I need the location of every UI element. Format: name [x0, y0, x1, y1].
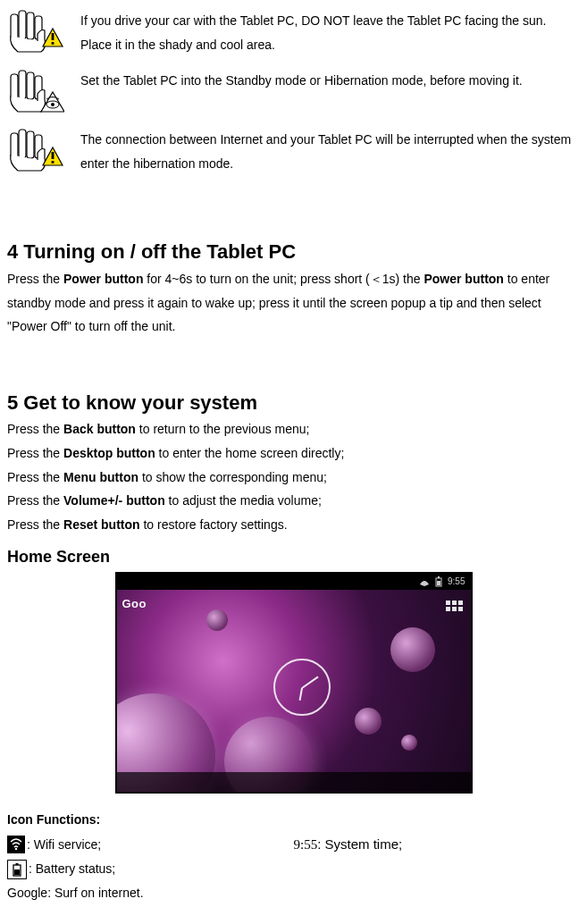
home-screen-title: Home Screen	[7, 547, 580, 567]
google-label: Google: Surf on internet.	[7, 881, 580, 905]
caution-text: Set the Tablet PC into the Standby mode …	[80, 69, 580, 93]
power-button-label: Power button	[63, 272, 143, 286]
text: Press the	[7, 470, 63, 484]
icon-functions: Icon Functions: : Wifi service; 9:55: Sy…	[7, 808, 580, 904]
icon-function-row: : Wifi service; 9:55: System time;	[7, 832, 580, 858]
section-4-title: 4 Turning on / off the Tablet PC	[7, 239, 580, 265]
svg-rect-15	[19, 130, 26, 158]
svg-rect-9	[27, 72, 34, 99]
home-screen-screenshot: 9:55 Goo	[115, 572, 473, 794]
wifi-label: : Wifi service;	[27, 833, 101, 857]
section-4-body: Press the Power button for 4~6s to turn …	[7, 267, 580, 339]
svg-rect-1	[19, 11, 26, 39]
svg-rect-6	[52, 42, 55, 45]
svg-rect-20	[52, 161, 55, 164]
desktop-button-label: Desktop button	[63, 446, 155, 460]
power-button-label: Power button	[423, 272, 503, 286]
caution-hand-warning-icon	[7, 9, 64, 55]
text: Press the	[7, 272, 63, 286]
text: to return to the previous menu;	[136, 422, 310, 436]
text: for 4~6s to turn on the unit; press shor…	[143, 272, 423, 286]
svg-rect-19	[52, 152, 55, 159]
caution-text: If you drive your car with the Tablet PC…	[80, 9, 580, 56]
section-5-line: Press the Back button to return to the p…	[7, 417, 580, 441]
svg-rect-7	[11, 74, 18, 99]
wifi-icon	[419, 577, 430, 586]
text: to show the corresponding menu;	[138, 470, 327, 484]
svg-point-13	[51, 103, 55, 106]
volume-button-label: Volume+/- button	[63, 493, 165, 508]
svg-rect-2	[27, 13, 34, 39]
caution-hand-warning-icon	[7, 128, 64, 174]
svg-rect-14	[11, 133, 18, 158]
status-time: 9:55	[448, 573, 465, 590]
icon-functions-title: Icon Functions:	[7, 808, 580, 832]
caution-item: The connection between Internet and your…	[7, 128, 580, 175]
caution-item: If you drive your car with the Tablet PC…	[7, 9, 580, 56]
systime-label: : System time;	[317, 836, 402, 852]
svg-rect-8	[19, 71, 26, 99]
section-5-title: 5 Get to know your system	[7, 391, 580, 416]
wifi-icon	[7, 836, 25, 853]
google-search-label: Goo	[122, 593, 147, 616]
svg-rect-16	[27, 131, 34, 158]
nav-bar	[117, 772, 471, 792]
text: to enter the home screen directly;	[155, 446, 345, 460]
section-5-line: Press the Volume+/- button to adjust the…	[7, 489, 580, 513]
section-5-line: Press the Menu button to show the corres…	[7, 466, 580, 490]
text: Press the	[7, 517, 63, 532]
section-5-line: Press the Reset button to restore factor…	[7, 513, 580, 537]
status-bar: 9:55	[117, 574, 471, 590]
caution-item: Set the Tablet PC into the Standby mode …	[7, 69, 580, 115]
text: Press the	[7, 493, 63, 508]
battery-icon	[435, 576, 442, 587]
caution-hand-eye-icon	[7, 69, 64, 115]
svg-rect-5	[52, 33, 55, 40]
text: Press the	[7, 422, 63, 436]
battery-icon	[7, 860, 27, 879]
svg-rect-22	[438, 576, 440, 578]
home-screen-screenshot-wrap: 9:55 Goo	[7, 572, 580, 802]
back-button-label: Back button	[63, 422, 136, 436]
battery-label: : Battery status;	[29, 857, 115, 881]
svg-rect-0	[11, 14, 18, 39]
svg-point-24	[15, 848, 17, 850]
text: Press the	[7, 446, 63, 460]
icon-function-row: : Battery status;	[7, 857, 580, 881]
clock-widget-icon	[273, 659, 331, 716]
text: to adjust the media volume;	[165, 493, 322, 508]
systime-prefix: 9:55	[294, 837, 318, 852]
section-5-line: Press the Desktop button to enter the ho…	[7, 441, 580, 466]
menu-button-label: Menu button	[63, 470, 138, 484]
text: to restore factory settings.	[140, 517, 288, 532]
svg-rect-27	[14, 869, 20, 875]
apps-grid-icon	[446, 601, 465, 620]
caution-text: The connection between Internet and your…	[80, 128, 580, 175]
reset-button-label: Reset button	[63, 517, 140, 532]
svg-rect-23	[437, 581, 440, 585]
svg-rect-26	[16, 863, 19, 865]
